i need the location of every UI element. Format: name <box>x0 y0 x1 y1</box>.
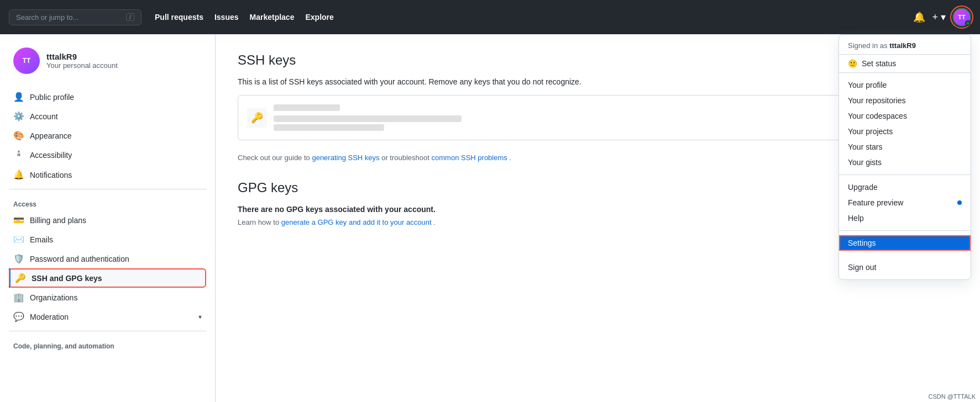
nav-label-organizations: Organizations <box>30 293 77 302</box>
person-icon: 👤 <box>13 92 24 102</box>
palette-icon: 🎨 <box>13 130 24 141</box>
nav-issues[interactable]: Issues <box>214 13 239 22</box>
sidebar-item-appearance[interactable]: 🎨 Appearance <box>9 126 206 145</box>
dropdown-upgrade[interactable]: Upgrade <box>839 179 971 195</box>
nav-label-public-profile: Public profile <box>30 93 74 102</box>
moderation-icon: 💬 <box>13 311 24 322</box>
sidebar-nav-list: 👤 Public profile ⚙️ Account 🎨 Appearance <box>9 87 206 352</box>
dropdown-profile-section: Your profile Your repositories Your code… <box>839 73 971 175</box>
key-details <box>274 102 926 133</box>
nav-explore[interactable]: Explore <box>305 13 333 22</box>
dropdown-more-section: Upgrade Feature preview Help <box>839 175 971 231</box>
dropdown-your-codespaces[interactable]: Your codespaces <box>839 108 971 124</box>
sidebar-item-emails[interactable]: ✉️ Emails <box>9 230 206 249</box>
key-icon: 🔑 <box>15 273 26 283</box>
dropdown-last-section: Sign out <box>839 255 971 279</box>
slash-badge: / <box>126 13 134 21</box>
footer-credit: CSDN @TTTALK <box>928 393 976 400</box>
nav-label-password: Password and authentication <box>30 255 129 263</box>
sidebar-item-billing[interactable]: 💳 Billing and plans <box>9 210 206 230</box>
page-layout: TT tttalkR9 Your personal account 👤 Publ… <box>0 34 980 402</box>
generate-gpg-link[interactable]: generate a GPG key and add it to your ac… <box>281 218 432 226</box>
key-item-icon: 🔑 <box>247 108 267 128</box>
dropdown-settings-section: Settings <box>839 231 971 255</box>
sidebar-user-info: TT tttalkR9 Your personal account <box>9 47 206 74</box>
key-title-blurred <box>274 104 340 111</box>
nav-label-notifications: Notifications <box>30 171 72 179</box>
access-section-label: Access <box>9 194 206 210</box>
sidebar-item-moderation[interactable]: 💬 Moderation ▾ <box>9 307 206 326</box>
nav-label-ssh-gpg: SSH and GPG keys <box>32 274 102 283</box>
sidebar-item-account[interactable]: ⚙️ Account <box>9 107 206 126</box>
moderation-arrow: ▾ <box>198 313 202 321</box>
nav-marketplace[interactable]: Marketplace <box>250 13 295 22</box>
common-ssh-problems-link[interactable]: common SSH problems <box>432 154 507 162</box>
sidebar-divider-2 <box>9 331 206 331</box>
sidebar-item-public-profile[interactable]: 👤 Public profile <box>9 87 206 107</box>
user-dropdown-menu: Signed in as tttalkR9 🙂 Set status Your … <box>838 34 971 280</box>
nav-pull-requests[interactable]: Pull requests <box>155 13 203 22</box>
ssh-section-title: SSH keys <box>238 52 296 68</box>
online-indicator <box>965 20 971 26</box>
dropdown-your-stars[interactable]: Your stars <box>839 139 971 155</box>
topnav-links: Pull requests Issues Marketplace Explore <box>155 13 334 22</box>
dropdown-signed-in: Signed in as tttalkR9 <box>839 35 971 55</box>
nav-label-accessibility: Accessibility <box>30 151 72 160</box>
dropdown-your-repositories[interactable]: Your repositories <box>839 93 971 108</box>
bell-icon: 🔔 <box>13 170 24 180</box>
sidebar-user-details: tttalkR9 Your personal account <box>46 52 118 70</box>
svg-point-0 <box>18 151 20 152</box>
create-new-button[interactable]: + ▾ <box>932 11 946 23</box>
key-date-blurred <box>274 124 384 131</box>
org-icon: 🏢 <box>13 292 24 303</box>
feature-preview-dot <box>957 200 962 205</box>
code-section-label: Code, planning, and automation <box>9 336 206 352</box>
sidebar-item-notifications[interactable]: 🔔 Notifications <box>9 165 206 184</box>
sidebar-avatar: TT <box>13 47 40 74</box>
dropdown-your-gists[interactable]: Your gists <box>839 155 971 170</box>
search-placeholder: Search or jump to... <box>16 13 78 22</box>
avatar-initials: TT <box>958 14 965 20</box>
nav-label-moderation: Moderation <box>30 313 69 321</box>
nav-label-billing: Billing and plans <box>30 216 86 225</box>
dropdown-settings[interactable]: Settings <box>839 235 971 251</box>
sidebar-item-ssh-gpg[interactable]: 🔑 SSH and GPG keys <box>9 268 206 288</box>
search-bar[interactable]: Search or jump to... / <box>9 9 142 25</box>
user-avatar-button[interactable]: TT <box>952 8 971 27</box>
sidebar-username: tttalkR9 <box>46 52 118 61</box>
accessibility-icon <box>13 150 24 161</box>
sidebar-item-accessibility[interactable]: Accessibility <box>9 145 206 165</box>
generating-ssh-keys-link[interactable]: generating SSH keys <box>312 154 379 162</box>
dropdown-help[interactable]: Help <box>839 210 971 226</box>
dropdown-sign-out[interactable]: Sign out <box>839 260 971 275</box>
set-status-item[interactable]: 🙂 Set status <box>839 55 971 73</box>
nav-label-account: Account <box>30 112 58 121</box>
dropdown-your-projects[interactable]: Your projects <box>839 124 971 139</box>
dropdown-feature-preview[interactable]: Feature preview <box>839 195 971 210</box>
mail-icon: ✉️ <box>13 234 24 245</box>
sidebar-item-password[interactable]: 🛡️ Password and authentication <box>9 249 206 268</box>
settings-sidebar: TT tttalkR9 Your personal account 👤 Publ… <box>0 34 216 402</box>
sidebar-item-organizations[interactable]: 🏢 Organizations <box>9 288 206 307</box>
topnav-right: 🔔 + ▾ TT <box>913 8 971 27</box>
key-name-row <box>274 102 926 113</box>
dropdown-username: tttalkR9 <box>889 41 916 50</box>
top-navigation: Search or jump to... / Pull requests Iss… <box>0 0 980 34</box>
sidebar-subtitle: Your personal account <box>46 61 118 70</box>
smiley-icon: 🙂 <box>848 59 857 68</box>
gear-icon: ⚙️ <box>13 111 24 121</box>
shield-icon: 🛡️ <box>13 253 24 264</box>
dropdown-your-profile[interactable]: Your profile <box>839 77 971 93</box>
key-fingerprint-blurred <box>274 115 462 122</box>
credit-card-icon: 💳 <box>13 215 24 225</box>
gpg-section-title: GPG keys <box>238 180 298 195</box>
sidebar-divider <box>9 189 206 189</box>
nav-label-appearance: Appearance <box>30 131 72 140</box>
notifications-bell[interactable]: 🔔 <box>913 11 925 23</box>
nav-label-emails: Emails <box>30 235 53 244</box>
